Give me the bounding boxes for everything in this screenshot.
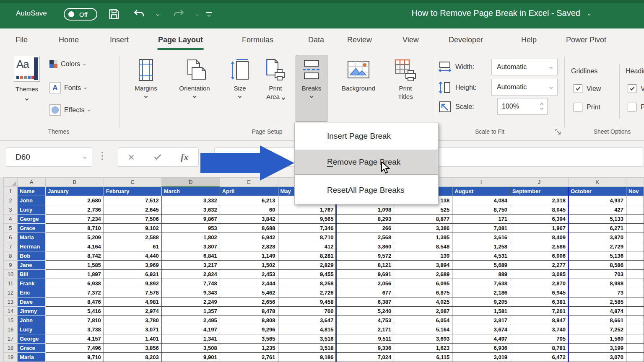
cell-value[interactable]: 9,343	[161, 288, 220, 297]
cell-value[interactable]: 1,098	[336, 205, 394, 215]
cell-month-header[interactable]: January	[45, 187, 104, 196]
cell-name[interactable]: Grace	[17, 344, 45, 353]
cell-name[interactable]: Bill	[17, 270, 45, 279]
cell-value[interactable]: 4,981	[104, 297, 161, 307]
cell-value[interactable]: 3,217	[161, 261, 220, 270]
cell-value[interactable]: 9,565	[278, 215, 336, 224]
cell-name[interactable]: Jane	[17, 261, 45, 270]
cell-value[interactable]: 7,252	[569, 325, 626, 334]
cell-value[interactable]: 2,249	[161, 297, 220, 307]
row-header-15[interactable]: 15	[4, 316, 18, 325]
cell-value[interactable]: 2,736	[45, 205, 104, 215]
cell-value[interactable]: 6,394	[510, 215, 569, 224]
cell-value[interactable]: 8,548	[394, 242, 452, 251]
cell-value[interactable]: 2,277	[510, 261, 569, 270]
row-header-19[interactable]: 19	[4, 353, 18, 362]
column-header-I[interactable]: I	[452, 178, 510, 187]
breaks-button[interactable]: Breaks	[296, 56, 327, 98]
cell-name[interactable]: Dave	[17, 297, 45, 307]
cell-value[interactable]: 5,462	[220, 288, 278, 297]
cell-value[interactable]: 9,511	[336, 334, 394, 344]
cell-value[interactable]: 7,638	[452, 279, 510, 288]
tab-file[interactable]: File	[16, 28, 28, 52]
cell-value[interactable]: 2,453	[220, 270, 278, 279]
tab-home[interactable]: Home	[59, 28, 79, 52]
cell-month-header[interactable]: Nov	[626, 187, 644, 196]
cell-value[interactable]: 7,810	[45, 316, 104, 325]
gridlines-view-checkbox[interactable]: View	[574, 84, 601, 93]
cell-value[interactable]: 9,102	[104, 224, 161, 233]
cell-value[interactable]	[626, 325, 644, 334]
cell-value[interactable]: 1,581	[452, 307, 510, 316]
cell-value[interactable]: 3,516	[278, 334, 336, 344]
effects-button[interactable]: Effects	[49, 104, 90, 116]
tab-data[interactable]: Data	[308, 28, 324, 52]
print-area-button[interactable]: Print Area	[257, 56, 293, 101]
cell-value[interactable]: 7,506	[104, 215, 161, 224]
row-header-2[interactable]: 2	[4, 196, 18, 205]
cell-value[interactable]	[626, 261, 644, 270]
column-header-K[interactable]: K	[569, 178, 626, 187]
cell-value[interactable]: 7,234	[45, 215, 104, 224]
cell-value[interactable]: 8,121	[336, 261, 394, 270]
cell-value[interactable]: 2,726	[278, 288, 336, 297]
cell-name[interactable]: Jimmy	[17, 307, 45, 316]
cell-name-header[interactable]: Name	[17, 187, 45, 196]
cell-value[interactable]: 6,213	[220, 196, 278, 205]
cell-value[interactable]: 266	[336, 224, 394, 233]
spinner-arrows-icon[interactable]	[541, 103, 543, 109]
tab-power-pivot[interactable]: Power Pivot	[566, 28, 606, 52]
cell-value[interactable]: 5,164	[394, 325, 452, 334]
cell-month-header[interactable]: October	[569, 187, 626, 196]
cell-value[interactable]: 705	[510, 334, 569, 344]
cell-value[interactable]: 1,585	[45, 261, 104, 270]
cell-value[interactable]: 9,691	[336, 270, 394, 279]
cell-value[interactable]: 9,867	[161, 215, 220, 224]
document-title[interactable]: How to Remove Page Break in Excel - Save…	[373, 8, 629, 18]
cell-value[interactable]: 8,293	[336, 215, 394, 224]
cell-value[interactable]: 8,586	[569, 261, 626, 270]
cell-value[interactable]: 3,386	[394, 224, 452, 233]
cell-value[interactable]: 3,780	[104, 316, 161, 325]
cell-value[interactable]	[626, 196, 644, 205]
cell-value[interactable]: 5,689	[452, 261, 510, 270]
cell-value[interactable]: 4,157	[45, 334, 104, 344]
cell-value[interactable]: 1,623	[394, 344, 452, 353]
row-header-10[interactable]: 10	[4, 270, 18, 279]
cell-name[interactable]: Maria	[17, 353, 45, 362]
cell-value[interactable]: 3,894	[394, 261, 452, 270]
cell-value[interactable]: 7,578	[104, 288, 161, 297]
cell-value[interactable]: 4,440	[104, 251, 161, 261]
cell-value[interactable]: 6,006	[510, 251, 569, 261]
cell-value[interactable]: 8,688	[220, 224, 278, 233]
cell-value[interactable]: 3,565	[220, 334, 278, 344]
cell-month-header[interactable]: February	[104, 187, 161, 196]
tab-review[interactable]: Review	[347, 28, 372, 52]
cell-value[interactable]: 9,455	[278, 270, 336, 279]
gridlines-print-checkbox[interactable]: Print	[574, 103, 600, 111]
row-header-6[interactable]: 6	[4, 233, 18, 242]
width-dropdown[interactable]: Automatic	[491, 59, 558, 75]
cell-value[interactable]: 8,742	[45, 251, 104, 261]
cell-month-header[interactable]: August	[452, 187, 510, 196]
name-box-resize-handle[interactable]	[101, 152, 103, 160]
column-header-A[interactable]: A	[17, 178, 45, 187]
cell-value[interactable]: 8,710	[45, 224, 104, 233]
cell-value[interactable]: 6,945	[510, 288, 569, 297]
row-header-1[interactable]: 1	[4, 187, 18, 196]
cell-value[interactable]	[626, 233, 644, 242]
row-header-17[interactable]: 17	[4, 334, 18, 344]
cell-value[interactable]: 4,497	[452, 334, 510, 344]
cell-value[interactable]: 3,738	[45, 325, 104, 334]
background-button[interactable]: Background	[331, 56, 386, 93]
cell-value[interactable]: 1,967	[510, 224, 569, 233]
column-header-B[interactable]: B	[45, 178, 104, 187]
headings-print-checkbox[interactable]: Print	[628, 103, 644, 111]
cell-value[interactable]: 1,897	[45, 270, 104, 279]
cell-value[interactable]: 1,802	[161, 233, 220, 242]
cell-month-header[interactable]: March	[161, 187, 220, 196]
cell-value[interactable]: 703	[569, 270, 626, 279]
cell-value[interactable]	[626, 205, 644, 215]
row-header-8[interactable]: 8	[4, 251, 18, 261]
cell-value[interactable]: 8,045	[510, 205, 569, 215]
